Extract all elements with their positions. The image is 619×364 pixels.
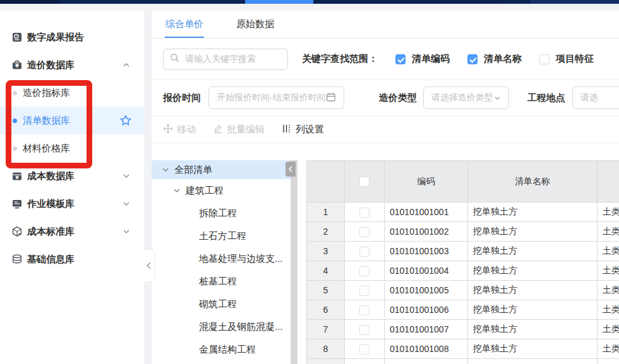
columns-icon xyxy=(282,124,292,136)
chrome-segment xyxy=(0,0,60,4)
sidebar-nav: 数字成果报告 ¥ 造价数据库 造价指标库 清单数据库 材料价格库 xyxy=(0,11,144,273)
checkbox-list-code[interactable]: 清单编码 xyxy=(395,53,450,65)
sidebar-subitem-label: 造价指标库 xyxy=(23,87,70,99)
chevron-down-icon[interactable] xyxy=(123,172,130,180)
tab-composite-unit-price[interactable]: 综合单价 xyxy=(165,11,203,38)
report-time-label: 报价时间 xyxy=(163,92,201,104)
toolbar: 移动 批量编辑 列设置 xyxy=(152,116,619,143)
location-select[interactable]: 请选 xyxy=(572,86,619,109)
tree-node-all-lists[interactable]: 全部清单 xyxy=(152,160,291,179)
sidebar-item-cost-data-db[interactable]: ¥ 成本数据库 xyxy=(0,162,144,190)
row-checkbox[interactable] xyxy=(359,325,370,335)
splitter[interactable] xyxy=(291,160,297,364)
table-row-partial[interactable] xyxy=(307,359,619,364)
checkbox-list-name[interactable]: 清单名称 xyxy=(467,53,522,65)
list-tree: 全部清单 建筑工程 拆除工程 土石方工程 地基处理与边坡支... 桩基工程 砌筑… xyxy=(152,160,291,361)
sidebar-item-label: 作业模板库 xyxy=(27,198,75,210)
sidebar-item-basic-info-db[interactable]: 基础信息库 xyxy=(0,245,144,273)
batch-edit-button[interactable]: 批量编辑 xyxy=(213,124,265,136)
tree-node-building-engineering[interactable]: 建筑工程 xyxy=(152,179,291,202)
index-column-header xyxy=(307,161,345,203)
search-icon xyxy=(170,53,180,66)
tree-node-masonry[interactable]: 砌筑工程 xyxy=(152,293,291,315)
row-checkbox[interactable] xyxy=(359,208,370,218)
cube-icon xyxy=(11,226,23,237)
tree-node-concrete-rebar[interactable]: 混凝土及钢筋混凝... xyxy=(152,315,291,338)
checkbox-unchecked-icon[interactable] xyxy=(539,54,550,64)
select-all-header xyxy=(345,161,385,203)
chevron-down-icon[interactable] xyxy=(162,165,169,175)
sidebar-item-label: 成本数据库 xyxy=(27,170,75,182)
sidebar-item-list-db[interactable]: 清单数据库 xyxy=(0,107,144,134)
row-checkbox[interactable] xyxy=(359,247,370,257)
checkbox-checked-icon[interactable] xyxy=(395,54,406,64)
name-column-header: 清单名称 xyxy=(468,161,598,203)
table-row[interactable]: 4 010101001004 挖单独土方 土类别 xyxy=(307,261,619,281)
bullet-icon xyxy=(13,146,17,151)
svg-text:¥: ¥ xyxy=(15,175,19,180)
search-placeholder: 请输入关键字搜索 xyxy=(185,54,256,65)
row-checkbox[interactable] xyxy=(359,305,370,315)
chevron-down-icon[interactable] xyxy=(123,200,130,208)
cost-type-select[interactable]: 请选择造价类型 xyxy=(423,86,509,109)
code-column-header: 编码 xyxy=(385,161,468,203)
sidebar-item-cost-index-db[interactable]: 造价指标库 xyxy=(0,79,144,107)
pencil-icon xyxy=(213,124,223,136)
table-row[interactable]: 3 010101001003 挖单独土方 土类别 xyxy=(307,242,619,261)
table-row[interactable]: 2 010101001002 挖单独土方 土类别 xyxy=(307,222,619,242)
sidebar-item-label: 造价数据库 xyxy=(27,59,75,71)
search-input[interactable]: 请输入关键字搜索 xyxy=(163,49,288,70)
row-checkbox[interactable] xyxy=(359,344,370,355)
row-checkbox[interactable] xyxy=(359,286,370,296)
table-row[interactable]: 6 010101001006 挖单独土方 土类别 xyxy=(307,300,619,320)
sidebar-item-cost-database[interactable]: ¥ 造价数据库 xyxy=(0,51,144,79)
tree-node-foundation-slope[interactable]: 地基处理与边坡支... xyxy=(152,247,291,270)
row-checkbox[interactable] xyxy=(359,227,370,237)
tab-raw-data[interactable]: 原始数据 xyxy=(236,11,274,38)
chevron-down-icon[interactable] xyxy=(123,228,130,235)
search-row: 请输入关键字搜索 关键字查找范围： 清单编码 清单名称 项目特征 xyxy=(152,38,619,80)
select-all-checkbox[interactable] xyxy=(359,177,370,187)
date-range-input[interactable]: 开始报价时间 - 结束报价时间 xyxy=(208,86,344,109)
table-row[interactable]: 7 010101001007 挖单独土方 土类别 xyxy=(307,320,619,339)
main-panel: 综合单价 原始数据 请输入关键字搜索 关键字查找范围： 清单编码 清单名称 项目… xyxy=(152,11,619,364)
column-settings-button[interactable]: 列设置 xyxy=(282,124,324,136)
table-row[interactable]: 1 010101001001 挖单独土方 土类别 xyxy=(307,203,619,222)
star-icon[interactable] xyxy=(120,115,131,126)
tree-node-earthwork[interactable]: 土石方工程 xyxy=(152,225,291,247)
sidebar-subitem-label: 清单数据库 xyxy=(23,115,70,127)
tree-collapse-handle[interactable] xyxy=(285,161,296,177)
browser-chrome-bar xyxy=(0,0,619,4)
chevron-up-icon[interactable] xyxy=(123,61,130,69)
move-icon xyxy=(163,124,173,136)
svg-text:¥: ¥ xyxy=(15,62,19,69)
tree-node-demolition[interactable]: 拆除工程 xyxy=(152,202,291,225)
database-icon xyxy=(11,254,23,265)
tree-node-pile-foundation[interactable]: 桩基工程 xyxy=(152,270,291,293)
scope-label: 关键字查找范围： xyxy=(302,53,378,65)
sidebar-item-cost-standard-db[interactable]: 成本标准库 xyxy=(0,218,144,245)
sidebar-item-digital-report[interactable]: 数字成果报告 xyxy=(0,23,144,51)
bullet-icon xyxy=(13,91,17,95)
chrome-active-tab-segment xyxy=(245,0,313,4)
sidebar-collapse-handle[interactable] xyxy=(143,249,154,282)
data-table: 编码 清单名称 1 010101001001 挖单独土方 土类别 2 xyxy=(306,160,619,364)
filter-row: 报价时间 开始报价时间 - 结束报价时间 造价类型 请选择造价类型 工程地点 请… xyxy=(152,80,619,116)
location-label: 工程地点 xyxy=(527,92,565,104)
table-row[interactable]: 8 010101001008 挖单独土方 土类别 xyxy=(307,339,619,359)
sidebar-item-label: 基础信息库 xyxy=(27,254,75,266)
checkbox-project-feature[interactable]: 项目特征 xyxy=(539,53,594,65)
checkbox-checked-icon[interactable] xyxy=(467,54,478,64)
sidebar-item-material-price-db[interactable]: 材料价格库 xyxy=(0,134,144,162)
feature-column-header xyxy=(598,161,619,203)
tree-node-metal-structure[interactable]: 金属结构工程 xyxy=(152,338,291,361)
row-checkbox[interactable] xyxy=(359,266,370,276)
table-row[interactable]: 5 010101001005 挖单独土方 土类别 xyxy=(307,281,619,300)
workspace: 全部清单 建筑工程 拆除工程 土石方工程 地基处理与边坡支... 桩基工程 砌筑… xyxy=(152,143,619,363)
briefcase-yen-icon: ¥ xyxy=(11,59,23,71)
sidebar-item-work-template-db[interactable]: 作业模板库 xyxy=(0,190,144,218)
move-button[interactable]: 移动 xyxy=(163,124,196,136)
chevron-down-icon[interactable] xyxy=(173,185,181,196)
template-icon xyxy=(11,198,23,209)
calendar-icon xyxy=(326,92,336,104)
